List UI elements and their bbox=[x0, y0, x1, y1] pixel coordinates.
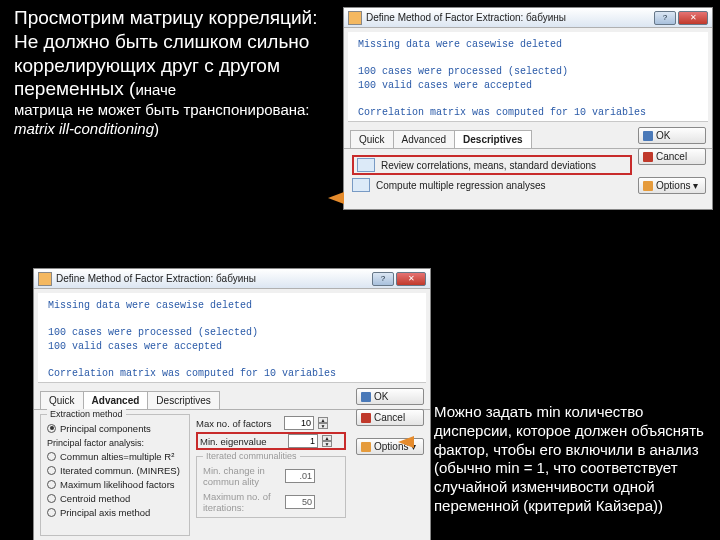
cancel-button[interactable]: Cancel bbox=[356, 409, 424, 426]
grid-icon bbox=[352, 178, 370, 192]
info-line: Missing data were casewise deleted bbox=[48, 299, 416, 313]
options-button[interactable]: Options ▾ bbox=[638, 177, 706, 194]
dialog-descriptives: Define Method of Factor Extraction: бабу… bbox=[343, 7, 713, 210]
radio-dot-icon bbox=[47, 480, 56, 489]
tab-descriptives[interactable]: Descriptives bbox=[454, 130, 531, 148]
btn-label: Options bbox=[656, 180, 690, 191]
max-factors-row: Max no. of factors ▲▼ bbox=[196, 414, 346, 432]
help-button[interactable]: ? bbox=[372, 272, 394, 286]
spin-down-icon[interactable]: ▼ bbox=[318, 423, 328, 429]
txt: Просмотрим матрицу корреляций: bbox=[14, 7, 317, 28]
info-line: Correlation matrix was computed for 10 v… bbox=[48, 367, 416, 381]
row-label: Compute multiple regression analyses bbox=[376, 180, 546, 191]
tab-descriptives[interactable]: Descriptives bbox=[147, 391, 219, 409]
radio-dot-icon bbox=[47, 452, 56, 461]
param-label: Max no. of factors bbox=[196, 418, 280, 429]
param-label: Min. change in commun ality bbox=[203, 465, 281, 487]
extraction-method-group: Extraction method Principal components P… bbox=[40, 414, 190, 536]
ok-button[interactable]: OK bbox=[356, 388, 424, 405]
explanation-top: Просмотрим матрицу корреляций: Не должно… bbox=[14, 6, 344, 139]
spinner[interactable]: ▲▼ bbox=[322, 435, 332, 447]
radio-dot-icon bbox=[47, 424, 56, 433]
arrow-icon bbox=[328, 192, 344, 204]
radio-dot-icon bbox=[47, 508, 56, 517]
tab-quick[interactable]: Quick bbox=[40, 391, 84, 409]
dialog-body: Review correlations, means, standard dev… bbox=[344, 149, 712, 209]
right-button-column: OK Cancel Options ▾ bbox=[638, 125, 706, 194]
info-line: Missing data were casewise deleted bbox=[358, 38, 698, 52]
compute-regression-row[interactable]: Compute multiple regression analyses bbox=[352, 175, 632, 195]
tab-quick[interactable]: Quick bbox=[350, 130, 394, 148]
info-panel: Missing data were casewise deleted 100 c… bbox=[38, 293, 426, 383]
tab-advanced[interactable]: Advanced bbox=[393, 130, 455, 148]
txt: matrix ill-conditioning bbox=[14, 120, 154, 137]
tab-advanced[interactable]: Advanced bbox=[83, 391, 149, 409]
radio-dot-icon bbox=[47, 494, 56, 503]
radio-label: Centroid method bbox=[60, 493, 130, 504]
radio-label: Iterated commun. (MINRES) bbox=[60, 465, 180, 476]
cancel-icon bbox=[361, 413, 371, 423]
param-label: Maximum no. of iterations: bbox=[203, 491, 281, 513]
iterated-communalities-group: Iterated communalities Min. change in co… bbox=[196, 456, 346, 518]
radio-label: Commun alties=multiple R² bbox=[60, 451, 174, 462]
ok-icon bbox=[361, 392, 371, 402]
max-factors-input[interactable] bbox=[284, 416, 314, 430]
info-line: 100 cases were processed (selected) bbox=[358, 65, 698, 79]
btn-label: Cancel bbox=[374, 412, 405, 423]
options-icon bbox=[361, 442, 371, 452]
info-panel: Missing data were casewise deleted 100 c… bbox=[348, 32, 708, 122]
radio-label: Principal axis method bbox=[60, 507, 150, 518]
btn-label: Cancel bbox=[656, 151, 687, 162]
radio-iterated-minres[interactable]: Iterated commun. (MINRES) bbox=[47, 463, 183, 477]
radio-communalities-r2[interactable]: Commun alties=multiple R² bbox=[47, 449, 183, 463]
min-change-input bbox=[285, 469, 315, 483]
info-line: 100 valid cases were accepted bbox=[358, 79, 698, 93]
radio-label: Principal components bbox=[60, 423, 151, 434]
window-title: Define Method of Factor Extraction: бабу… bbox=[56, 273, 256, 284]
min-change-row: Min. change in commun ality bbox=[203, 463, 339, 489]
radio-label: Maximum likelihood factors bbox=[60, 479, 175, 490]
param-label: Min. eigenvalue bbox=[200, 436, 284, 447]
group-title: Iterated communalities bbox=[203, 451, 300, 461]
options-icon bbox=[643, 181, 653, 191]
info-line: 100 cases were processed (selected) bbox=[48, 326, 416, 340]
txt: ) bbox=[154, 120, 159, 137]
min-eigenvalue-row: Min. eigenvalue ▲▼ bbox=[196, 432, 346, 450]
grid-icon bbox=[357, 158, 375, 172]
help-button[interactable]: ? bbox=[654, 11, 676, 25]
arrow-icon bbox=[398, 436, 414, 448]
dialog-body: Extraction method Principal components P… bbox=[34, 410, 430, 540]
radio-principal-components[interactable]: Principal components bbox=[47, 421, 183, 435]
ok-button[interactable]: OK bbox=[638, 127, 706, 144]
review-correlations-row[interactable]: Review correlations, means, standard dev… bbox=[352, 155, 632, 175]
txt: Можно задать min количество дисперсии, к… bbox=[434, 403, 704, 514]
window-title: Define Method of Factor Extraction: бабу… bbox=[366, 12, 566, 23]
cancel-button[interactable]: Cancel bbox=[638, 148, 706, 165]
min-eigenvalue-input[interactable] bbox=[288, 434, 318, 448]
cancel-icon bbox=[643, 152, 653, 162]
explanation-right: Можно задать min количество дисперсии, к… bbox=[434, 403, 716, 516]
txt: матрица не может быть транспонирована: bbox=[14, 101, 310, 118]
row-label: Review correlations, means, standard dev… bbox=[381, 160, 596, 171]
close-button[interactable]: ✕ bbox=[396, 272, 426, 286]
info-line: 100 valid cases were accepted bbox=[48, 340, 416, 354]
spin-down-icon[interactable]: ▼ bbox=[322, 441, 332, 447]
titlebar[interactable]: Define Method of Factor Extraction: бабу… bbox=[34, 269, 430, 289]
close-button[interactable]: ✕ bbox=[678, 11, 708, 25]
max-iterations-row: Maximum no. of iterations: bbox=[203, 489, 339, 515]
titlebar[interactable]: Define Method of Factor Extraction: бабу… bbox=[344, 8, 712, 28]
spinner[interactable]: ▲▼ bbox=[318, 417, 328, 429]
ok-icon bbox=[643, 131, 653, 141]
btn-label: OK bbox=[656, 130, 670, 141]
max-iterations-input bbox=[285, 495, 315, 509]
btn-label: OK bbox=[374, 391, 388, 402]
pfa-subhead: Principal factor analysis: bbox=[47, 435, 183, 449]
txt: иначе bbox=[135, 81, 176, 98]
group-title: Extraction method bbox=[47, 409, 126, 419]
info-line: Correlation matrix was computed for 10 v… bbox=[358, 106, 698, 120]
radio-centroid[interactable]: Centroid method bbox=[47, 491, 183, 505]
radio-principal-axis[interactable]: Principal axis method bbox=[47, 505, 183, 519]
dialog-advanced: Define Method of Factor Extraction: бабу… bbox=[33, 268, 431, 540]
app-icon bbox=[38, 272, 52, 286]
radio-max-likelihood[interactable]: Maximum likelihood factors bbox=[47, 477, 183, 491]
